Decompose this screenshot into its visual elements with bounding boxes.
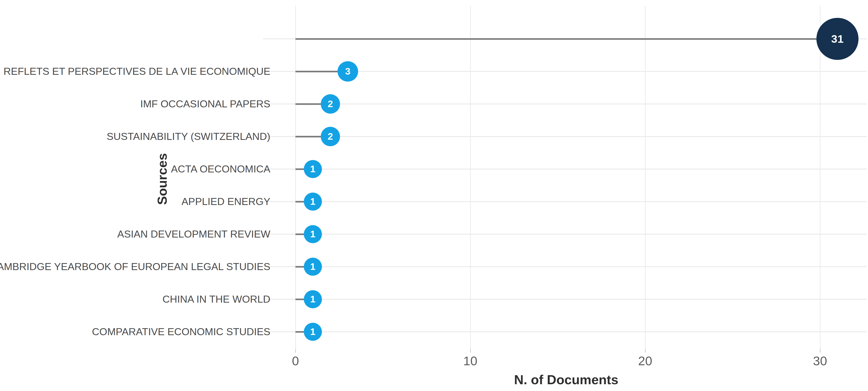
row-gridline	[263, 299, 867, 300]
x-tick-label: 30	[813, 354, 827, 368]
data-point-value: 2	[328, 99, 333, 109]
data-point-marker[interactable]: 1	[304, 225, 322, 243]
category-label: CAMBRIDGE YEARBOOK OF EUROPEAN LEGAL STU…	[0, 260, 270, 274]
row-gridline	[263, 266, 867, 267]
x-axis-title: N. of Documents	[514, 372, 618, 387]
x-gridline	[645, 6, 646, 349]
y-axis-title: Sources	[155, 153, 170, 205]
x-tick-label: 10	[463, 354, 477, 368]
row-gridline	[263, 136, 867, 137]
category-label: REFLETS ET PERSPECTIVES DE LA VIE ECONOM…	[4, 64, 270, 78]
row-gridline	[263, 103, 867, 104]
x-gridline	[295, 6, 296, 349]
data-point-marker[interactable]: 1	[304, 160, 322, 178]
row-gridline	[263, 201, 867, 202]
x-gridline	[470, 6, 471, 349]
data-point-marker[interactable]: 2	[321, 127, 340, 146]
data-point-marker[interactable]: 3	[338, 61, 358, 82]
x-tick-mark	[645, 349, 646, 353]
data-point-marker[interactable]: 2	[321, 94, 340, 114]
data-point-marker[interactable]: 1	[304, 323, 322, 341]
lollipop-stem	[296, 38, 837, 40]
x-tick-label: 0	[292, 354, 299, 368]
data-point-value: 1	[310, 261, 316, 272]
row-gridline	[263, 234, 867, 235]
category-label: ACTA OECONOMICA	[171, 162, 270, 176]
data-point-marker[interactable]: 1	[304, 193, 322, 210]
category-label: IMF OCCASIONAL PAPERS	[140, 97, 270, 111]
row-gridline	[263, 331, 867, 332]
data-point-marker[interactable]: 31	[816, 18, 859, 60]
row-gridline	[263, 169, 867, 169]
x-gridline	[820, 6, 820, 349]
data-point-value: 31	[831, 33, 844, 45]
data-point-value: 1	[310, 294, 316, 305]
data-point-value: 2	[328, 131, 333, 142]
x-tick-label: 20	[638, 354, 652, 368]
data-point-marker[interactable]: 1	[304, 258, 322, 276]
category-label: CHINA IN THE WORLD	[162, 292, 270, 306]
category-label: ASIAN DEVELOPMENT REVIEW	[117, 227, 270, 241]
x-tick-mark	[295, 349, 296, 353]
data-point-value: 1	[310, 326, 316, 337]
category-label: APPLIED ENERGY	[181, 195, 270, 208]
data-point-value: 1	[310, 229, 316, 239]
x-tick-mark	[820, 349, 820, 353]
data-point-value: 3	[345, 66, 351, 77]
data-point-marker[interactable]: 1	[304, 290, 322, 308]
category-label: SUSTAINABILITY (SWITZERLAND)	[107, 130, 270, 143]
category-label: COMPARATIVE ECONOMIC STUDIES	[92, 325, 270, 339]
data-point-value: 1	[310, 164, 316, 174]
data-point-value: 1	[310, 196, 316, 207]
x-tick-mark	[470, 349, 471, 353]
lollipop-chart: Sources N. of Documents 010203031REFLETS…	[0, 0, 868, 391]
